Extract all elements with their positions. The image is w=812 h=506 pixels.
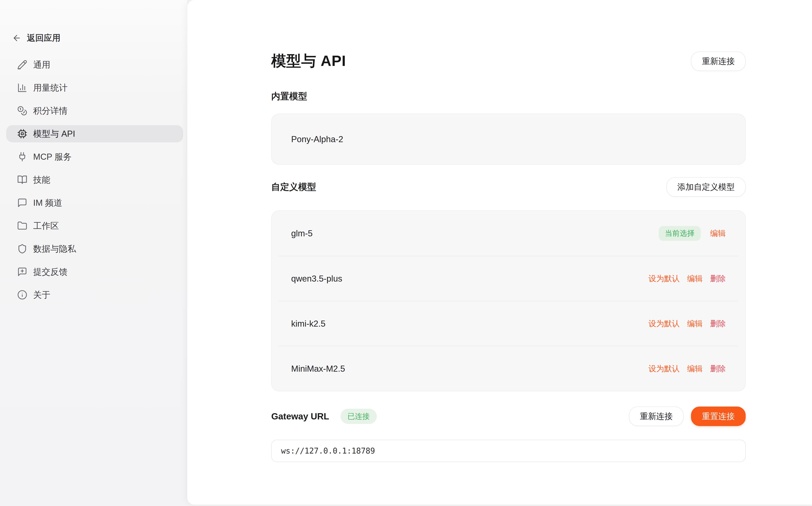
gateway-reset-button[interactable]: 重置连接	[691, 407, 746, 426]
custom-model-actions: 设为默认编辑删除	[649, 318, 726, 329]
sidebar-item-10[interactable]: 关于	[6, 286, 183, 304]
sidebar-item-7[interactable]: 工作区	[6, 217, 183, 234]
sidebar-item-label: 工作区	[33, 220, 59, 232]
sidebar-item-9[interactable]: 提交反馈	[6, 263, 183, 280]
plug-icon	[17, 152, 27, 162]
action-link[interactable]: 设为默认	[649, 273, 680, 284]
delete-link[interactable]: 删除	[710, 273, 726, 284]
sidebar-item-label: IM 频道	[33, 197, 62, 208]
coins-icon	[17, 106, 27, 116]
gateway-url-input[interactable]: ws://127.0.0.1:18789	[271, 440, 746, 462]
book-open-icon	[17, 175, 27, 185]
custom-model-actions: 当前选择编辑	[659, 226, 726, 241]
message-square-plus-icon	[17, 267, 27, 277]
custom-model-row: MiniMax-M2.5设为默认编辑删除	[278, 346, 739, 391]
action-link[interactable]: 编辑	[687, 273, 703, 284]
sidebar-item-label: 数据与隐私	[33, 243, 76, 255]
action-link[interactable]: 编辑	[710, 228, 726, 239]
gateway-url-label: Gateway URL	[271, 411, 329, 422]
sidebar-item-0[interactable]: 通用	[6, 56, 183, 73]
builtin-models-label: 内置模型	[271, 90, 746, 102]
gateway-buttons: 重新连接 重置连接	[629, 407, 746, 426]
info-icon	[17, 290, 27, 300]
shield-icon	[17, 244, 27, 254]
sidebar-item-label: 积分详情	[33, 105, 68, 116]
custom-models-label: 自定义模型	[271, 181, 316, 193]
custom-model-name: glm-5	[291, 229, 313, 238]
sidebar-item-6[interactable]: IM 频道	[6, 194, 183, 212]
sidebar-item-2[interactable]: 积分详情	[6, 102, 183, 119]
builtin-model-card: Pony-Alpha-2	[271, 114, 746, 165]
back-to-app-button[interactable]: 返回应用	[12, 29, 187, 47]
custom-model-name: kimi-k2.5	[291, 319, 325, 329]
arrow-left-icon	[12, 33, 21, 43]
sidebar-item-label: 提交反馈	[33, 266, 68, 278]
action-link[interactable]: 设为默认	[649, 363, 680, 374]
sidebar-item-3[interactable]: 模型与 API	[6, 125, 183, 142]
action-link[interactable]: 编辑	[687, 363, 703, 374]
pencil-icon	[17, 60, 27, 70]
connected-status-badge: 已连接	[341, 409, 377, 424]
gateway-section: Gateway URL 已连接 重新连接 重置连接	[271, 407, 746, 426]
custom-model-actions: 设为默认编辑删除	[649, 363, 726, 374]
delete-link[interactable]: 删除	[710, 363, 726, 374]
sidebar-item-label: MCP 服务	[33, 151, 72, 163]
current-selection-badge: 当前选择	[659, 226, 701, 241]
settings-panel: 模型与 API 重新连接 内置模型 Pony-Alpha-2 自定义模型 添加自…	[187, 0, 812, 505]
sidebar-nav: 通用用量统计积分详情模型与 APIMCP 服务技能IM 频道工作区数据与隐私提交…	[0, 56, 187, 304]
custom-model-actions: 设为默认编辑删除	[649, 273, 726, 284]
cpu-chip-icon	[17, 129, 27, 139]
builtin-model-name: Pony-Alpha-2	[291, 134, 343, 144]
sidebar-item-1[interactable]: 用量统计	[6, 79, 183, 96]
sidebar-item-label: 关于	[33, 289, 50, 301]
custom-model-list: glm-5当前选择编辑qwen3.5-plus设为默认编辑删除kimi-k2.5…	[271, 210, 746, 391]
custom-models-header: 自定义模型 添加自定义模型	[271, 177, 746, 197]
sidebar-item-5[interactable]: 技能	[6, 171, 183, 188]
reconnect-button-top[interactable]: 重新连接	[691, 52, 746, 71]
sidebar: 返回应用 通用用量统计积分详情模型与 APIMCP 服务技能IM 频道工作区数据…	[0, 0, 187, 506]
sidebar-item-4[interactable]: MCP 服务	[6, 148, 183, 165]
sidebar-item-label: 模型与 API	[33, 128, 75, 140]
bar-chart-icon	[17, 83, 27, 93]
settings-window: 返回应用 通用用量统计积分详情模型与 APIMCP 服务技能IM 频道工作区数据…	[0, 0, 812, 506]
gateway-reconnect-button[interactable]: 重新连接	[629, 407, 684, 426]
custom-model-row: kimi-k2.5设为默认编辑删除	[278, 301, 739, 346]
folder-icon	[17, 221, 27, 231]
action-link[interactable]: 编辑	[687, 318, 703, 329]
back-to-app-label: 返回应用	[27, 32, 61, 44]
custom-model-name: MiniMax-M2.5	[291, 364, 345, 373]
sidebar-item-label: 用量统计	[33, 82, 68, 94]
sidebar-item-label: 通用	[33, 59, 50, 71]
custom-model-name: qwen3.5-plus	[291, 274, 342, 283]
delete-link[interactable]: 删除	[710, 318, 726, 329]
sidebar-item-label: 技能	[33, 174, 50, 186]
page-title: 模型与 API	[271, 51, 346, 71]
sidebar-item-8[interactable]: 数据与隐私	[6, 240, 183, 257]
custom-model-row: qwen3.5-plus设为默认编辑删除	[278, 256, 739, 301]
custom-model-row: glm-5当前选择编辑	[278, 211, 739, 256]
add-custom-model-button[interactable]: 添加自定义模型	[666, 177, 746, 197]
message-square-icon	[17, 198, 27, 208]
gateway-label-group: Gateway URL 已连接	[271, 409, 377, 424]
page-header: 模型与 API 重新连接	[271, 51, 746, 71]
action-link[interactable]: 设为默认	[649, 318, 680, 329]
gateway-url-value: ws://127.0.0.1:18789	[281, 446, 375, 455]
